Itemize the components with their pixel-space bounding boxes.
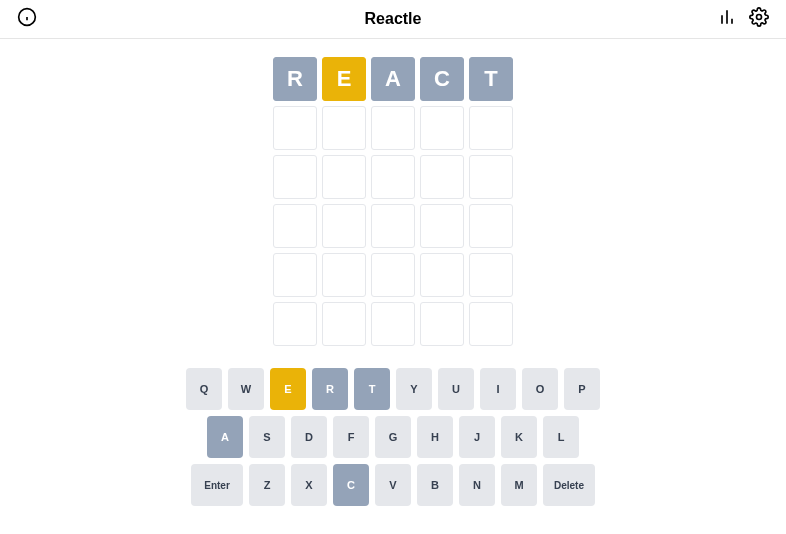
tile: R: [273, 57, 317, 101]
key-q[interactable]: Q: [186, 368, 222, 410]
game-area: REACT QWERTYUIOPASDFGHJKLEnterZXCVBNMDel…: [0, 39, 786, 534]
tile: T: [469, 57, 513, 101]
svg-point-6: [757, 15, 762, 20]
tile: [322, 253, 366, 297]
tile: [469, 204, 513, 248]
info-button[interactable]: [16, 8, 38, 30]
key-h[interactable]: H: [417, 416, 453, 458]
board-row: REACT: [273, 57, 513, 101]
key-p[interactable]: P: [564, 368, 600, 410]
board-row: [273, 106, 513, 150]
tile: [420, 253, 464, 297]
board-row: [273, 302, 513, 346]
keyboard-row: EnterZXCVBNMDelete: [191, 464, 595, 506]
tile: [469, 155, 513, 199]
tile: [273, 204, 317, 248]
tile: A: [371, 57, 415, 101]
key-d[interactable]: D: [291, 416, 327, 458]
key-m[interactable]: M: [501, 464, 537, 506]
key-c[interactable]: C: [333, 464, 369, 506]
tile: [371, 155, 415, 199]
key-f[interactable]: F: [333, 416, 369, 458]
keyboard-row: QWERTYUIOP: [186, 368, 600, 410]
key-u[interactable]: U: [438, 368, 474, 410]
key-t[interactable]: T: [354, 368, 390, 410]
key-z[interactable]: Z: [249, 464, 285, 506]
tile: [371, 204, 415, 248]
tile: [420, 155, 464, 199]
game-board: REACT: [273, 57, 513, 346]
tile: [273, 253, 317, 297]
tile: [469, 253, 513, 297]
key-s[interactable]: S: [249, 416, 285, 458]
tile: [322, 302, 366, 346]
chart-icon: [717, 7, 737, 31]
settings-button[interactable]: [748, 8, 770, 30]
board-row: [273, 253, 513, 297]
tile: [322, 204, 366, 248]
tile: [469, 106, 513, 150]
header: Reactle: [0, 0, 786, 39]
keyboard: QWERTYUIOPASDFGHJKLEnterZXCVBNMDelete: [186, 368, 600, 506]
tile: [322, 155, 366, 199]
keyboard-row: ASDFGHJKL: [207, 416, 579, 458]
tile: [273, 302, 317, 346]
key-n[interactable]: N: [459, 464, 495, 506]
key-w[interactable]: W: [228, 368, 264, 410]
tile: [273, 155, 317, 199]
key-g[interactable]: G: [375, 416, 411, 458]
key-enter[interactable]: Enter: [191, 464, 243, 506]
header-left: [16, 8, 76, 30]
key-b[interactable]: B: [417, 464, 453, 506]
board-row: [273, 155, 513, 199]
tile: E: [322, 57, 366, 101]
key-a[interactable]: A: [207, 416, 243, 458]
tile: C: [420, 57, 464, 101]
key-e[interactable]: E: [270, 368, 306, 410]
key-v[interactable]: V: [375, 464, 411, 506]
page-title: Reactle: [76, 10, 710, 28]
tile: [371, 302, 415, 346]
board-row: [273, 204, 513, 248]
tile: [420, 302, 464, 346]
tile: [469, 302, 513, 346]
tile: [371, 253, 415, 297]
key-o[interactable]: O: [522, 368, 558, 410]
key-r[interactable]: R: [312, 368, 348, 410]
key-k[interactable]: K: [501, 416, 537, 458]
stats-button[interactable]: [716, 8, 738, 30]
tile: [322, 106, 366, 150]
tile: [273, 106, 317, 150]
header-right: [710, 8, 770, 30]
key-i[interactable]: I: [480, 368, 516, 410]
tile: [420, 106, 464, 150]
key-j[interactable]: J: [459, 416, 495, 458]
info-icon: [17, 7, 37, 31]
key-y[interactable]: Y: [396, 368, 432, 410]
tile: [371, 106, 415, 150]
tile: [420, 204, 464, 248]
gear-icon: [749, 7, 769, 31]
key-delete[interactable]: Delete: [543, 464, 595, 506]
key-l[interactable]: L: [543, 416, 579, 458]
key-x[interactable]: X: [291, 464, 327, 506]
